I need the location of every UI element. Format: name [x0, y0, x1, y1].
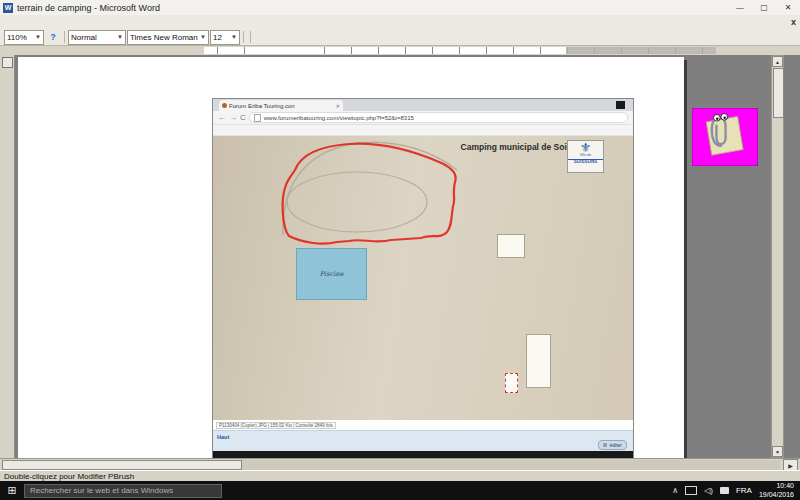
close-button[interactable]: ✕	[776, 0, 800, 15]
window-menu-icon[interactable]	[616, 101, 625, 109]
bookmarks-bar	[213, 125, 633, 136]
scroll-up-icon[interactable]: ▲	[772, 56, 783, 67]
red-annotation-outline	[281, 140, 633, 418]
word-app-icon: W	[3, 3, 13, 13]
office-assistant-clippy[interactable]	[692, 108, 758, 166]
screen: W terrain de camping - Microsoft Word — …	[0, 0, 800, 500]
maximize-button[interactable]: ▢	[752, 0, 776, 15]
back-icon[interactable]: ←	[218, 113, 226, 122]
word-title-bar: W terrain de camping - Microsoft Word — …	[0, 0, 800, 16]
window-title: terrain de camping - Microsoft Word	[17, 3, 160, 13]
document-page[interactable]: Forum Eriba Touring.con ✕ ← → C www.foru…	[18, 57, 684, 458]
reload-icon[interactable]: C	[240, 113, 246, 122]
browser-url-bar: ← → C www.forumeribatouring.com/viewtopi…	[213, 111, 633, 125]
minimize-button[interactable]: —	[728, 0, 752, 15]
language-indicator[interactable]: FRA	[736, 486, 752, 495]
volume-icon[interactable]: ◁)	[704, 486, 713, 495]
tab-favicon-icon	[222, 103, 227, 108]
forward-icon[interactable]: →	[229, 113, 237, 122]
taskbar-search-input[interactable]: Rechercher sur le web et dans Windows	[24, 484, 222, 498]
edit-post-button[interactable]: éditer	[598, 440, 627, 450]
haut-link[interactable]: Haut	[217, 434, 229, 440]
view-split-box[interactable]	[2, 57, 13, 68]
help-icon[interactable]: ?	[45, 30, 61, 45]
style-combo[interactable]: Normal▼	[68, 30, 126, 45]
embedded-screenshot-object[interactable]: Forum Eriba Touring.con ✕ ← → C www.foru…	[213, 99, 633, 458]
document-workspace: Forum Eriba Touring.con ✕ ← → C www.foru…	[0, 55, 800, 458]
notification-icon[interactable]	[720, 487, 729, 494]
scroll-down-icon[interactable]: ▼	[772, 446, 783, 457]
tab-close-icon[interactable]: ✕	[336, 103, 340, 109]
browser-tab[interactable]: Forum Eriba Touring.con ✕	[219, 100, 343, 111]
url-text: www.forumeribatouring.com/viewtopic.php?…	[264, 115, 414, 121]
forum-footer: Haut éditer	[213, 430, 633, 452]
system-tray: ∧ ◁) FRA 10:40 19/04/2016	[672, 482, 800, 500]
font-size-combo[interactable]: 12▼	[210, 30, 240, 45]
start-button[interactable]: ⊞	[0, 481, 24, 500]
address-input[interactable]: www.forumeribatouring.com/viewtopic.php?…	[249, 112, 628, 123]
horizontal-scrollbar[interactable]	[2, 460, 780, 470]
tray-chevron-icon[interactable]: ∧	[672, 486, 678, 495]
status-text: Double-cliquez pour Modifier PBrush	[4, 472, 134, 481]
network-icon[interactable]	[685, 486, 697, 495]
zoom-combo[interactable]: 110%▼	[4, 30, 44, 45]
hscroll-thumb[interactable]	[2, 460, 242, 470]
edit-icon	[603, 443, 607, 447]
toolbar: 110%▼ ? Normal▼ Times New Roman▼ 12▼	[0, 29, 800, 46]
tab-title: Forum Eriba Touring.con	[229, 103, 295, 109]
windows-taskbar: ⊞ Rechercher sur le web et dans Windows …	[0, 481, 800, 500]
menu-bar: x	[0, 15, 800, 30]
page-icon	[254, 114, 261, 122]
image-caption-bar: P1130404 (Copier).JPG | 155.02 Kio | Con…	[213, 420, 633, 430]
clippy-icon	[693, 109, 749, 157]
image-caption: P1130404 (Copier).JPG | 155.02 Kio | Con…	[216, 422, 336, 429]
captured-taskbar-strip	[213, 451, 633, 458]
status-bar: Double-cliquez pour Modifier PBrush	[0, 470, 800, 481]
camping-map-photo: Camping municipal de Soissons ⚜ Ville de…	[213, 136, 633, 420]
close-document-button[interactable]: x	[791, 17, 796, 27]
vertical-scrollbar[interactable]: ▲ ▼	[771, 55, 784, 458]
font-combo[interactable]: Times New Roman▼	[127, 30, 209, 45]
clock[interactable]: 10:40 19/04/2016	[759, 482, 794, 500]
browser-tab-bar: Forum Eriba Touring.con ✕	[213, 99, 633, 111]
left-bar	[0, 55, 15, 458]
vscroll-thumb[interactable]	[773, 68, 784, 118]
camping-map: Camping municipal de Soissons ⚜ Ville de…	[281, 140, 633, 418]
